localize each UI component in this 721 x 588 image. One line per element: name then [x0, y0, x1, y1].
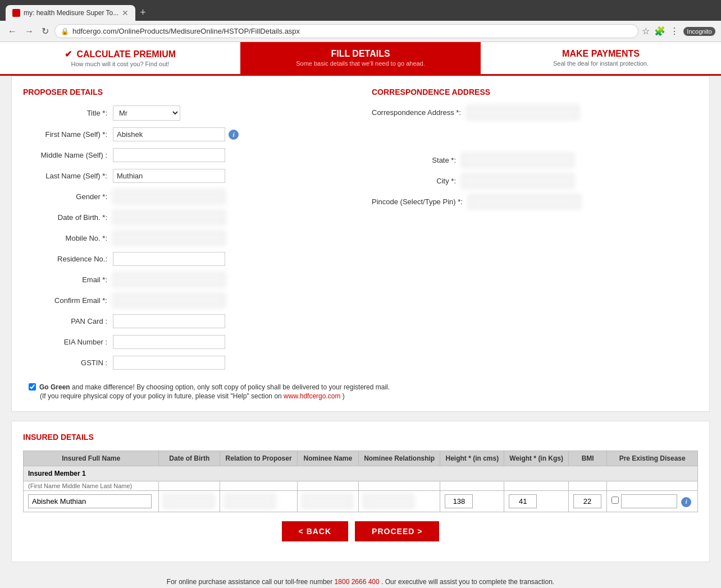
- gender-input[interactable]: [113, 190, 225, 204]
- back-button[interactable]: < BACK: [282, 521, 349, 541]
- email-label: Email *:: [23, 275, 113, 284]
- proceed-button[interactable]: PROCEED >: [355, 521, 439, 541]
- payment-step-subtitle: Seal the deal for instant protection.: [490, 60, 712, 67]
- dob-cell: [159, 481, 220, 491]
- confirm-email-label: Confirm Email *:: [23, 296, 113, 305]
- step-payment: MAKE PAYMENTS Seal the deal for instant …: [481, 42, 721, 74]
- member-data-row: i: [24, 491, 698, 512]
- member-name-input[interactable]: [28, 494, 152, 508]
- confirm-email-input[interactable]: [113, 293, 225, 307]
- tab-close-button[interactable]: ✕: [122, 8, 129, 17]
- insured-table-header-row: Insured Full Name Date of Birth Relation…: [24, 451, 698, 466]
- address-label: Correspondence Address *:: [372, 108, 467, 117]
- title-select[interactable]: Mr Mrs Ms Dr: [113, 105, 180, 121]
- calculate-step-subtitle: How much will it cost you? Find out!: [9, 61, 231, 67]
- address-bar[interactable]: 🔒 hdfcergo.com/OnlineProducts/MedisureOn…: [54, 24, 638, 38]
- col-height: Height * (in cms): [440, 451, 504, 466]
- insured-table: Insured Full Name Date of Birth Relation…: [23, 451, 698, 512]
- browser-tabs: my: health Medisure Super To... ✕ +: [6, 4, 715, 21]
- confirm-email-row: Confirm Email *:: [23, 293, 349, 307]
- disease-checkbox[interactable]: [612, 497, 619, 504]
- weight-data-cell: [504, 491, 569, 512]
- last-name-input[interactable]: [113, 169, 225, 183]
- gstin-row: GSTIN :: [23, 356, 349, 370]
- height-data-cell: [440, 491, 504, 512]
- gstin-label: GSTIN :: [23, 359, 113, 367]
- browser-tab-active[interactable]: my: health Medisure Super To... ✕: [6, 5, 135, 21]
- pan-label: PAN Card :: [23, 317, 113, 325]
- middle-name-row: Middle Name (Self) :: [23, 148, 349, 162]
- back-nav-button[interactable]: ←: [6, 25, 19, 38]
- state-label: State *:: [372, 156, 462, 164]
- bmi-data-cell: [569, 491, 607, 512]
- first-name-info-icon[interactable]: i: [229, 130, 239, 140]
- menu-icon[interactable]: ⋮: [670, 26, 679, 36]
- member-dob-input[interactable]: [163, 494, 214, 508]
- calculate-step-title: ✔ CALCULATE PREMIUM: [9, 49, 231, 59]
- url-text: hdfcergo.com/OnlineProducts/MedisureOnli…: [72, 27, 632, 35]
- gstin-input[interactable]: [113, 356, 225, 370]
- state-input[interactable]: [462, 153, 574, 167]
- pan-input[interactable]: [113, 314, 225, 328]
- payment-step-title: MAKE PAYMENTS: [490, 49, 712, 59]
- nominee-name-input[interactable]: [302, 494, 353, 508]
- correspondence-section: CORRESPONDENCE ADDRESS Correspondence Ad…: [372, 88, 698, 376]
- relation-data-cell: [220, 491, 298, 512]
- relation-cell: [220, 481, 298, 491]
- gender-row: Gender *:: [23, 190, 349, 204]
- eia-input[interactable]: [113, 335, 225, 349]
- first-name-input-group: i: [113, 127, 239, 141]
- title-row: Title *: Mr Mrs Ms Dr: [23, 105, 349, 121]
- new-tab-button[interactable]: +: [135, 4, 150, 21]
- steps-bar: ✔ CALCULATE PREMIUM How much will it cos…: [0, 42, 721, 76]
- pan-row: PAN Card :: [23, 314, 349, 328]
- fill-step-title: FILL DETAILS: [249, 49, 472, 59]
- weight-input[interactable]: [509, 494, 537, 508]
- relation-input[interactable]: [225, 494, 275, 508]
- pincode-label: Pincode (Select/Type Pin) *:: [372, 197, 468, 206]
- nominee-data-cell: [297, 491, 358, 512]
- footer-assistance: For online purchase assistance call our …: [0, 571, 721, 588]
- middle-name-label: Middle Name (Self) :: [23, 151, 113, 159]
- title-label: Title *:: [23, 109, 113, 117]
- forward-nav-button[interactable]: →: [22, 25, 36, 38]
- middle-name-input[interactable]: [113, 148, 225, 162]
- residence-label: Residence No.:: [23, 255, 113, 263]
- col-full-name: Insured Full Name: [24, 451, 159, 466]
- phone-link[interactable]: 1800 2666 400: [335, 578, 380, 586]
- first-name-row: First Name (Self) *: i: [23, 127, 349, 141]
- mobile-input[interactable]: [113, 231, 225, 245]
- step-fill: FILL DETAILS Some basic details that we'…: [240, 42, 481, 74]
- disease-cell-blank: [607, 481, 698, 491]
- go-green-text: Go Green and make difference! By choosin…: [39, 383, 390, 391]
- city-input[interactable]: [462, 174, 574, 188]
- dob-input[interactable]: [113, 210, 225, 224]
- bookmark-icon[interactable]: ☆: [642, 26, 650, 36]
- tab-title: my: health Medisure Super To...: [24, 9, 118, 17]
- extensions-icon[interactable]: 🧩: [654, 26, 665, 36]
- height-input[interactable]: [445, 494, 473, 508]
- disease-help-icon[interactable]: i: [681, 497, 691, 507]
- proposer-details-section: PROPOSER DETAILS Title *: Mr Mrs Ms Dr F…: [23, 88, 349, 376]
- pincode-input[interactable]: [468, 195, 581, 209]
- reload-button[interactable]: ↻: [39, 25, 51, 38]
- disease-input[interactable]: [621, 494, 677, 508]
- bmi-cell-blank: [569, 481, 607, 491]
- col-dob: Date of Birth: [159, 451, 220, 466]
- sub-labels-row: (First Name Middle Name Last Name): [24, 481, 698, 491]
- first-name-label: First Name (Self) *:: [23, 130, 113, 139]
- bmi-input[interactable]: [573, 494, 601, 508]
- nominee-rel-cell: [358, 481, 440, 491]
- go-green-checkbox[interactable]: [29, 383, 36, 391]
- eia-row: EIA Number :: [23, 335, 349, 349]
- go-green-note: (If you require physical copy of your po…: [29, 392, 698, 400]
- residence-input[interactable]: [113, 252, 225, 266]
- address-input[interactable]: [467, 105, 579, 120]
- last-name-row: Last Name (Self) *:: [23, 169, 349, 183]
- nominee-rel-input[interactable]: [363, 494, 414, 508]
- first-name-input[interactable]: [113, 127, 225, 141]
- mobile-row: Mobile No. *:: [23, 231, 349, 245]
- email-input[interactable]: [113, 273, 225, 287]
- hdfcergo-link[interactable]: www.hdfcergo.com: [284, 392, 340, 400]
- dob-row: Date of Birth. *:: [23, 210, 349, 224]
